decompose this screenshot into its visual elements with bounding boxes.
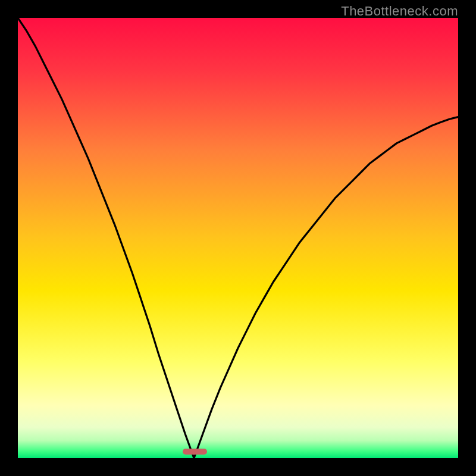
plot-area (18, 18, 458, 458)
gradient-background (18, 18, 458, 458)
watermark-text: TheBottleneck.com (341, 4, 458, 19)
chart-frame: TheBottleneck.com (0, 0, 476, 476)
minimum-marker (183, 449, 207, 455)
svg-rect-0 (18, 18, 458, 458)
